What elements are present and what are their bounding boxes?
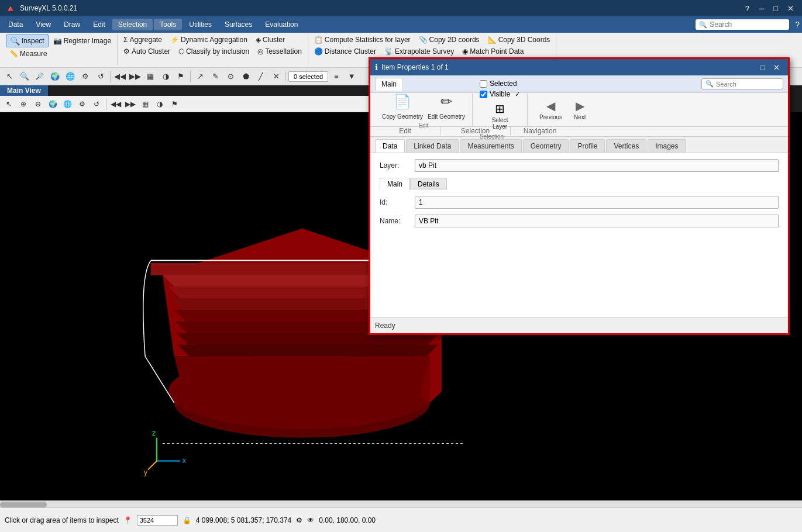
layer-input[interactable]: [415, 159, 779, 172]
view-orbit-btn[interactable]: 🌐: [61, 98, 74, 110]
flag-btn[interactable]: ⚑: [174, 70, 188, 84]
menu-evaluation[interactable]: Evaluation: [259, 19, 304, 30]
visible-checkbox-label[interactable]: Visible: [480, 90, 510, 98]
menu-view[interactable]: View: [30, 19, 57, 30]
menu-selection[interactable]: Selection: [112, 19, 153, 30]
register-image-btn[interactable]: 📷 Register Image: [50, 36, 115, 46]
view-theme-btn[interactable]: ◑: [153, 98, 166, 110]
grid-btn[interactable]: ▦: [143, 70, 157, 84]
view-cursor-btn[interactable]: ↖: [2, 98, 15, 110]
layers-btn[interactable]: ≡: [329, 70, 343, 84]
theme-btn[interactable]: ◑: [159, 70, 173, 84]
dialog-nav-main[interactable]: Main: [375, 78, 403, 91]
md-tab-main[interactable]: Main: [380, 178, 410, 190]
menu-search-box[interactable]: 🔍: [696, 19, 789, 30]
view-grid-btn[interactable]: ▦: [139, 98, 152, 110]
zoom-input[interactable]: [137, 515, 178, 526]
hscroll[interactable]: [0, 500, 802, 507]
menu-surfaces[interactable]: Surfaces: [219, 19, 258, 30]
measure-btn[interactable]: 📏 Measure: [6, 49, 51, 59]
poly-btn[interactable]: ⬟: [239, 70, 253, 84]
earth-btn[interactable]: 🌐: [63, 70, 77, 84]
selection-group-label-bar: Selection: [440, 127, 511, 135]
inspect-btn[interactable]: 🔍 Inspect: [6, 34, 49, 47]
compute-stats-btn[interactable]: 📋 Compute Statistics for layer: [311, 34, 414, 45]
more-btn[interactable]: ▼: [345, 70, 359, 84]
pencil-btn[interactable]: ✎: [208, 70, 222, 84]
aggregate-btn[interactable]: Σ Aggregate: [120, 34, 166, 45]
view-zoom-in-btn[interactable]: ⊕: [17, 98, 30, 110]
visible-checkbox[interactable]: [480, 91, 487, 98]
nav-left-btn[interactable]: ◀◀: [113, 70, 127, 84]
status-vis-icon: 👁: [307, 516, 314, 524]
selected-checkbox-label[interactable]: Selected: [480, 80, 517, 88]
id-row: Id:: [380, 196, 779, 209]
dialog-search-box[interactable]: 🔍: [701, 78, 783, 89]
cursor-btn[interactable]: ↖: [2, 70, 16, 84]
extrapolate-btn[interactable]: 📡 Extrapolate Survey: [381, 46, 457, 57]
auto-cluster-btn[interactable]: ⚙ Auto Cluster: [120, 46, 174, 57]
view-prev-btn[interactable]: ◀◀: [109, 98, 122, 110]
next-btn[interactable]: ▶ Next: [569, 96, 591, 123]
tab-data[interactable]: Data: [375, 139, 405, 153]
tab-geometry[interactable]: Geometry: [523, 139, 569, 153]
tab-linked-data[interactable]: Linked Data: [406, 139, 459, 153]
hscroll-thumb[interactable]: [0, 502, 47, 507]
select-layer-btn[interactable]: ⊞: [495, 102, 505, 116]
view-globe-btn[interactable]: 🌍: [46, 98, 59, 110]
reset-btn[interactable]: ↺: [94, 70, 108, 84]
id-input[interactable]: [415, 196, 779, 209]
menu-utilities[interactable]: Utilities: [183, 19, 218, 30]
lasso-btn[interactable]: ⊙: [223, 70, 237, 84]
zoom-in-btn[interactable]: 🔍: [18, 70, 32, 84]
tab-profile[interactable]: Profile: [570, 139, 605, 153]
prev-btn[interactable]: ◀ Previous: [535, 96, 567, 123]
cluster-btn[interactable]: ◈ Cluster: [252, 34, 288, 45]
menu-help-btn[interactable]: ?: [795, 20, 800, 29]
view-reset-btn[interactable]: ↺: [90, 98, 103, 110]
copy-2d-btn[interactable]: 📎 Copy 2D coords: [415, 34, 483, 45]
line-btn[interactable]: ╱: [254, 70, 268, 84]
menu-edit[interactable]: Edit: [87, 19, 111, 30]
dialog-maximize-btn[interactable]: □: [757, 62, 769, 73]
tessellation-btn[interactable]: ◎ Tessellation: [254, 46, 305, 57]
zoom-out-btn[interactable]: 🔎: [33, 70, 47, 84]
tab-vertices[interactable]: Vertices: [606, 139, 646, 153]
settings-btn[interactable]: ⚙: [78, 70, 92, 84]
maximize-btn[interactable]: □: [770, 3, 782, 14]
md-tab-details[interactable]: Details: [410, 178, 447, 190]
tab-images[interactable]: Images: [648, 139, 686, 153]
status-hint: Click or drag area of items to inspect: [5, 516, 119, 524]
dialog-close-btn[interactable]: ✕: [770, 62, 783, 73]
menu-search-input[interactable]: [710, 20, 786, 29]
svg-text:z: z: [152, 429, 156, 437]
name-input[interactable]: [415, 215, 779, 227]
dialog-search-input[interactable]: [716, 81, 780, 88]
nav-right-btn[interactable]: ▶▶: [128, 70, 142, 84]
menu-draw[interactable]: Draw: [58, 19, 86, 30]
dynamic-agg-btn[interactable]: ⚡ Dynamic Aggregation: [167, 34, 251, 45]
selected-checkbox[interactable]: [480, 80, 487, 88]
next-icon: ▶: [576, 99, 584, 113]
view-config-btn[interactable]: ⚙: [75, 98, 88, 110]
tab-measurements[interactable]: Measurements: [460, 139, 521, 153]
pointer-btn[interactable]: ↗: [193, 70, 207, 84]
copy-3d-btn[interactable]: 📐 Copy 3D Coords: [484, 34, 554, 45]
view-next-btn[interactable]: ▶▶: [124, 98, 137, 110]
globe-btn[interactable]: 🌍: [48, 70, 62, 84]
view-flag-btn[interactable]: ⚑: [168, 98, 181, 110]
match-point-btn[interactable]: ◉ Match Point Data: [459, 46, 527, 57]
menu-tools[interactable]: Tools: [154, 19, 182, 30]
classify-btn[interactable]: ⬡ Classify by inclusion: [175, 46, 253, 57]
minimize-btn[interactable]: ─: [755, 3, 767, 14]
tessellation-icon: ◎: [257, 47, 263, 56]
cross-btn[interactable]: ✕: [269, 70, 283, 84]
distance-cluster-btn[interactable]: 🔵 Distance Cluster: [311, 46, 380, 57]
menu-data[interactable]: Data: [2, 19, 29, 30]
edit-geometry-btn[interactable]: ✏: [436, 91, 457, 112]
view-zoom-out-btn[interactable]: ⊖: [32, 98, 44, 110]
help-btn[interactable]: ?: [742, 3, 753, 14]
close-btn[interactable]: ✕: [784, 3, 797, 14]
copy-geometry-btn[interactable]: 📄: [392, 91, 413, 112]
sep3: [285, 71, 286, 82]
